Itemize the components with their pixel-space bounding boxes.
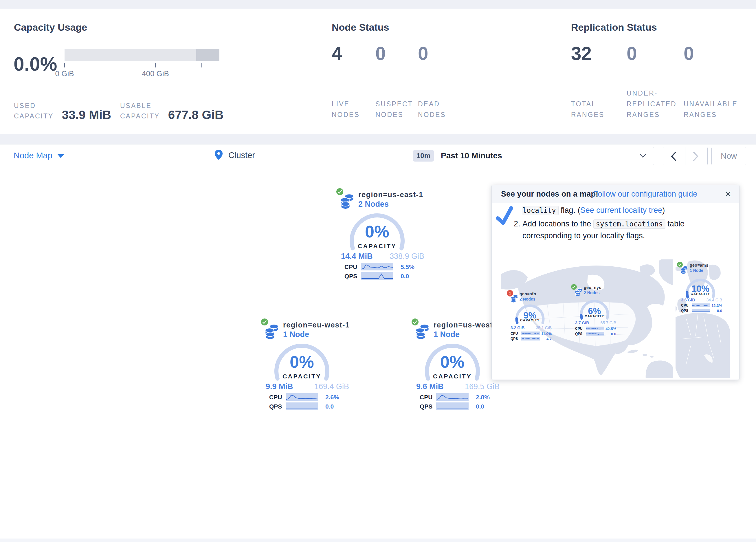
region-card-us-east-1[interactable]: region=us-east-1 2 Nodes 0% CAPACITY 14.… bbox=[336, 187, 426, 284]
capacity-percent: 0% bbox=[273, 352, 331, 372]
time-back-button[interactable] bbox=[663, 147, 685, 165]
cpu-value: 5.5% bbox=[401, 263, 414, 270]
region-node-count: 1 Node bbox=[434, 330, 460, 339]
cpu-sparkline bbox=[692, 304, 710, 307]
cpu-sparkline bbox=[521, 332, 540, 335]
cpu-sparkline bbox=[286, 393, 318, 401]
qps-label: QPS bbox=[420, 403, 432, 410]
database-icon bbox=[265, 324, 279, 339]
used-value: 9.6 MiB bbox=[416, 382, 444, 391]
axis-tick bbox=[201, 63, 202, 67]
usable-capacity: USABLE CAPACITY 677.8 GiB bbox=[120, 100, 223, 121]
step-system-locations: Add locations to the system.locations ta… bbox=[522, 218, 731, 241]
database-icon bbox=[575, 288, 582, 296]
cpu-value: 2.6% bbox=[325, 394, 339, 401]
map-toolbar: Node Map Cluster 10m Past 10 Minutes Now bbox=[0, 144, 756, 168]
capacity-label: CAPACITY bbox=[348, 242, 406, 249]
axis-tick bbox=[110, 63, 110, 67]
region-card-eu-west-1[interactable]: region=eu-west-1 1 Node 0% CAPACITY 9.9 … bbox=[260, 318, 351, 414]
cpu-label: CPU bbox=[269, 394, 282, 401]
capacity-percent: 0% bbox=[423, 352, 481, 372]
capacity-bar bbox=[65, 49, 219, 61]
database-icon bbox=[680, 266, 688, 274]
qps-value: 0.0 bbox=[325, 403, 334, 410]
chevron-left-icon bbox=[671, 152, 676, 161]
axis-label-0gib: 0 GiB bbox=[41, 69, 88, 78]
qps-value: 0.0 bbox=[401, 273, 409, 280]
system-locations-code: system.locations bbox=[593, 219, 665, 229]
database-icon bbox=[340, 193, 354, 209]
cpu-label: CPU bbox=[344, 263, 357, 270]
qps-sparkline bbox=[521, 337, 540, 341]
map-preview: 1 geo=sfo 2 Nodes 9% CAPACITY 3.2 GiB35.… bbox=[501, 259, 730, 378]
locality-name: geo=nyc bbox=[584, 285, 601, 290]
location-pin-icon bbox=[215, 150, 223, 160]
time-nav-buttons bbox=[663, 147, 708, 165]
capacity-label: CAPACITY bbox=[685, 292, 716, 296]
chevron-down-icon bbox=[58, 154, 64, 158]
locality-node-count: 2 Nodes bbox=[520, 297, 535, 302]
region-node-count: 2 Nodes bbox=[358, 200, 389, 209]
now-button[interactable]: Now bbox=[711, 147, 746, 165]
qps-value: 0.0 bbox=[476, 403, 484, 410]
capacity-percent: 0% bbox=[348, 222, 406, 241]
locality-name: geo=ams bbox=[690, 263, 709, 267]
region-card-us-west-1[interactable]: region=us-west-1 1 Node 0% CAPACITY 9.6 … bbox=[411, 318, 501, 414]
total-value: 169.4 GiB bbox=[314, 382, 349, 391]
toolbar-divider bbox=[396, 147, 396, 165]
locality-name: geo=sfo bbox=[520, 292, 536, 296]
cpu-sparkline bbox=[436, 393, 469, 401]
usable-capacity-value: 677.8 GiB bbox=[168, 109, 223, 121]
breadcrumb-cluster[interactable]: Cluster bbox=[215, 150, 255, 160]
capacity-usage-title: Capacity Usage bbox=[14, 22, 87, 33]
locality-node-count: 1 Node bbox=[690, 268, 703, 273]
axis-label-400gib: 400 GiB bbox=[132, 69, 179, 78]
stat-dead-nodes: 0 DEADNODES bbox=[418, 9, 473, 134]
chevron-right-icon bbox=[693, 152, 699, 161]
view-selector[interactable]: Node Map bbox=[14, 151, 64, 160]
time-range-badge: 10m bbox=[413, 150, 434, 161]
cpu-sparkline bbox=[586, 327, 604, 330]
qps-sparkline bbox=[586, 332, 604, 336]
close-icon[interactable]: ✕ bbox=[724, 189, 732, 199]
locality-tree-link[interactable]: See current locality tree bbox=[580, 206, 663, 214]
database-icon bbox=[415, 324, 430, 339]
time-forward-button[interactable] bbox=[685, 147, 707, 165]
cpu-label: CPU bbox=[420, 394, 432, 401]
qps-sparkline bbox=[436, 403, 469, 410]
used-value: 14.4 MiB bbox=[341, 252, 373, 261]
capacity-label: CAPACITY bbox=[579, 315, 610, 318]
cpu-sparkline bbox=[361, 263, 393, 270]
region-name: region=us-east-1 bbox=[358, 190, 423, 199]
axis-tick bbox=[64, 63, 65, 67]
database-icon bbox=[511, 295, 518, 303]
used-capacity: USED CAPACITY 33.9 MiB bbox=[14, 100, 111, 121]
stat-under-replicated-ranges: 0 UNDER-REPLICATEDRANGES bbox=[627, 9, 682, 134]
node-map-canvas: region=us-east-1 2 Nodes 0% CAPACITY 14.… bbox=[0, 167, 756, 539]
qps-label: QPS bbox=[269, 403, 282, 410]
qps-sparkline bbox=[286, 403, 318, 410]
configuration-guide-link[interactable]: Follow our configuration guide bbox=[593, 190, 697, 198]
time-range-selector[interactable]: 10m Past 10 Minutes bbox=[409, 147, 654, 165]
capacity-bar-used-segment bbox=[196, 49, 219, 61]
total-value: 338.9 GiB bbox=[390, 252, 424, 261]
qps-label: QPS bbox=[344, 273, 357, 280]
locality-node-count: 2 Nodes bbox=[584, 291, 599, 295]
qps-sparkline bbox=[692, 309, 710, 313]
region-name: region=eu-west-1 bbox=[283, 321, 350, 329]
region-node-count: 1 Node bbox=[283, 330, 309, 339]
panel-title: See your nodes on a map! bbox=[501, 190, 598, 198]
cluster-summary-bar: Capacity Usage 0.0% 0 GiB 400 GiB USED C… bbox=[0, 9, 756, 134]
used-capacity-value: 33.9 MiB bbox=[62, 109, 111, 121]
capacity-label: CAPACITY bbox=[273, 373, 331, 380]
used-value: 9.9 MiB bbox=[266, 382, 293, 391]
total-value: 169.5 GiB bbox=[465, 382, 500, 391]
panel-header: See your nodes on a map! Follow our conf… bbox=[492, 185, 739, 203]
capacity-label: CAPACITY bbox=[514, 319, 546, 322]
qps-sparkline bbox=[361, 272, 393, 280]
stat-unavailable-ranges: 0 UNAVAILABLERANGES bbox=[684, 9, 739, 134]
axis-tick bbox=[155, 63, 156, 67]
cluster-overview-page: Capacity Usage 0.0% 0 GiB 400 GiB USED C… bbox=[0, 0, 756, 542]
time-range-label: Past 10 Minutes bbox=[441, 151, 502, 160]
cpu-value: 2.8% bbox=[476, 394, 490, 401]
